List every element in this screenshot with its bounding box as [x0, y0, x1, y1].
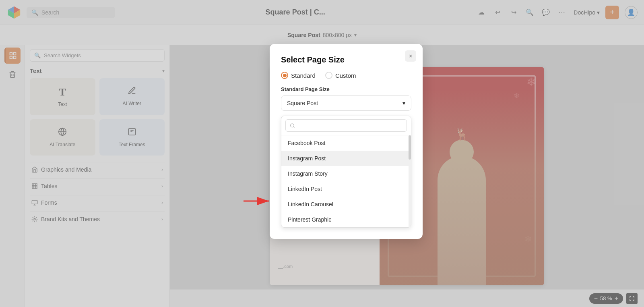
dropdown-item-facebook-post[interactable]: Facebook Post	[281, 135, 411, 151]
custom-radio-circle[interactable]	[325, 72, 332, 79]
dropdown-search-box[interactable]	[285, 119, 407, 132]
standard-radio-label[interactable]: Standard	[281, 72, 316, 79]
modal-title: Select Page Size	[281, 55, 411, 64]
scrollbar-track	[409, 135, 411, 227]
standard-radio-text: Standard	[291, 72, 316, 79]
dropdown-item-pinterest-graphic[interactable]: Pinterest Graphic	[281, 212, 411, 227]
standard-page-size-label: Standard Page Size	[281, 86, 411, 92]
select-page-size-modal: Select Page Size × Standard Custom Stand…	[270, 44, 423, 239]
page-size-select[interactable]: Square Post ▾	[281, 95, 411, 111]
custom-radio-text: Custom	[335, 72, 356, 79]
dropdown-item-instagram-post[interactable]: Instagram Post	[281, 151, 411, 166]
dropdown-list: Facebook Post Instagram Post Instagram S…	[281, 135, 411, 227]
modal-overlay[interactable]: Select Page Size × Standard Custom Stand…	[0, 0, 644, 307]
scrollbar-thumb	[409, 135, 411, 160]
standard-radio-circle[interactable]	[281, 72, 288, 79]
dropdown-search-area	[281, 116, 411, 135]
modal-close-button[interactable]: ×	[405, 50, 416, 62]
page-size-selected-value: Square Post	[287, 100, 318, 106]
custom-radio-label[interactable]: Custom	[325, 72, 356, 79]
page-size-dropdown-chevron: ▾	[402, 100, 405, 106]
dropdown-item-instagram-story[interactable]: Instagram Story	[281, 166, 411, 181]
page-size-dropdown: Facebook Post Instagram Post Instagram S…	[281, 116, 411, 228]
dropdown-item-linkedin-carousel[interactable]: LinkedIn Carousel	[281, 197, 411, 212]
page-size-radio-group: Standard Custom	[281, 72, 411, 79]
dropdown-search-input[interactable]	[298, 122, 402, 129]
dropdown-item-linkedin-post[interactable]: LinkedIn Post	[281, 181, 411, 197]
dropdown-search-icon	[290, 123, 295, 129]
standard-radio-dot	[283, 74, 287, 77]
arrow-indicator	[242, 193, 274, 211]
svg-point-12	[291, 124, 294, 127]
